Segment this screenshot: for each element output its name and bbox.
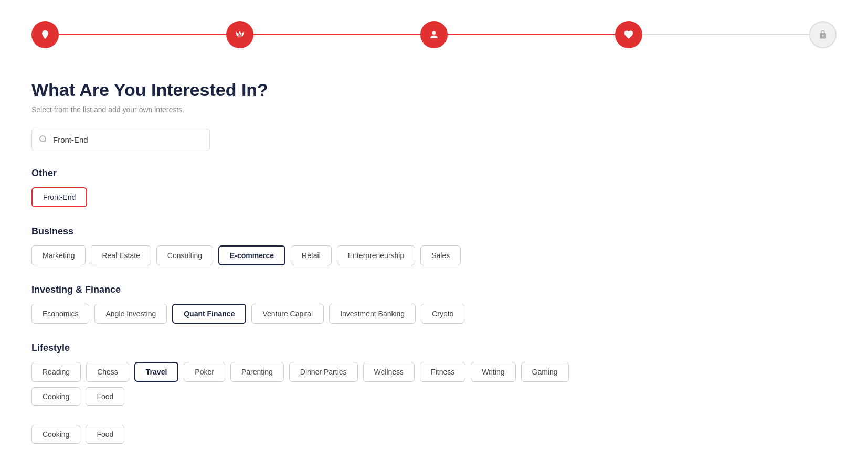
tag-front-end[interactable]: Front-End [31,187,87,207]
step-4[interactable] [615,21,642,48]
progress-bar [31,16,837,48]
tag-cooking[interactable]: Cooking [31,425,80,444]
line-2 [253,34,421,35]
page-subtitle: Select from the list and add your own in… [31,105,837,114]
tag-writing[interactable]: Writing [471,362,515,382]
section-title-investing: Investing & Finance [31,284,837,295]
step-1[interactable] [31,21,59,48]
tag-investment-banking[interactable]: Investment Banking [329,304,416,324]
search-icon [39,135,47,145]
tag-reading[interactable]: Reading [31,362,81,382]
tag-travel[interactable]: Travel [134,362,178,382]
tag-dinner-parties[interactable]: Dinner Parties [289,362,358,382]
tag-crypto[interactable]: Crypto [421,304,464,324]
tag-food[interactable]: Food [86,425,124,444]
step-3[interactable] [420,21,448,48]
svg-line-2 [45,141,46,142]
step-5[interactable] [809,21,837,48]
line-1 [59,34,226,35]
tag-cooking[interactable]: Cooking [31,387,80,406]
tag-parenting[interactable]: Parenting [230,362,284,382]
tags-lifestyle: ReadingChessTravelPokerParentingDinner P… [31,362,837,382]
section-title-other: Other [31,168,837,179]
step-2[interactable] [226,21,253,48]
tag-angle-investing[interactable]: Angle Investing [94,304,167,324]
line-4 [642,34,810,35]
line-3 [448,34,615,35]
tags-lifestyle2: CookingFood [31,425,837,444]
tag-enterpreneurship[interactable]: Enterpreneurship [337,245,415,265]
tag-poker[interactable]: Poker [184,362,225,382]
tag-food[interactable]: Food [86,387,124,406]
tags-lifestyle-extra: CookingFood [31,387,837,406]
tag-fitness[interactable]: Fitness [420,362,465,382]
section-business: BusinessMarketingReal EstateConsultingE-… [31,226,837,265]
tag-chess[interactable]: Chess [86,362,129,382]
section-other: OtherFront-End [31,168,837,207]
tag-venture-capital[interactable]: Venture Capital [251,304,324,324]
tags-other: Front-End [31,187,837,207]
tag-quant-finance[interactable]: Quant Finance [172,304,246,324]
tag-wellness[interactable]: Wellness [363,362,415,382]
section-lifestyle2: CookingFood [31,425,837,444]
tag-economics[interactable]: Economics [31,304,89,324]
search-input[interactable] [31,129,210,151]
page-title: What Are You Interested In? [31,80,837,100]
section-title-business: Business [31,226,837,237]
section-title-lifestyle: Lifestyle [31,343,837,354]
tag-retail[interactable]: Retail [291,245,332,265]
tag-marketing[interactable]: Marketing [31,245,86,265]
tag-sales[interactable]: Sales [420,245,461,265]
tag-gaming[interactable]: Gaming [521,362,569,382]
tag-real-estate[interactable]: Real Estate [91,245,151,265]
section-investing: Investing & FinanceEconomicsAngle Invest… [31,284,837,324]
tag-e-commerce[interactable]: E-commerce [218,245,285,265]
section-lifestyle: LifestyleReadingChessTravelPokerParentin… [31,343,837,406]
search-container [31,129,210,151]
tag-consulting[interactable]: Consulting [156,245,213,265]
tags-business: MarketingReal EstateConsultingE-commerce… [31,245,837,265]
svg-point-1 [40,136,46,142]
tags-investing: EconomicsAngle InvestingQuant FinanceVen… [31,304,837,324]
